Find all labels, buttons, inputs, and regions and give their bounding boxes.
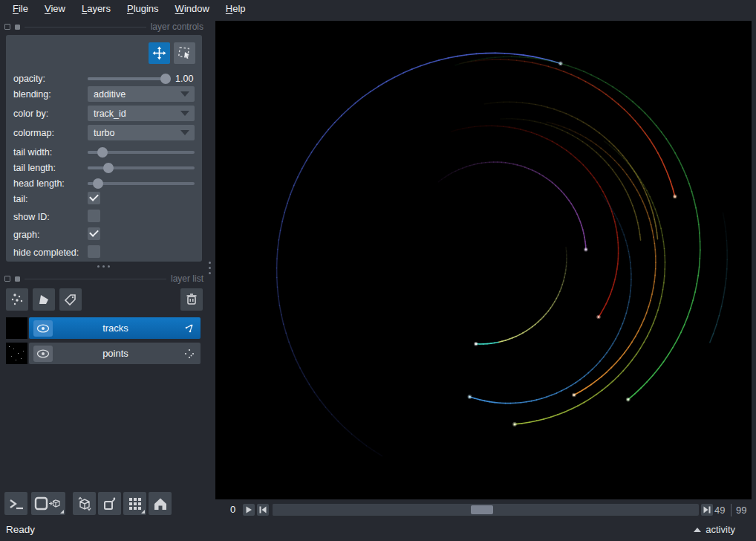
color-by-label: color by: [13, 107, 48, 120]
dock-rule [25, 27, 146, 27]
new-shapes-layer-button[interactable] [33, 288, 55, 311]
blending-select[interactable]: additive [88, 86, 195, 102]
dock-resize-handle[interactable] [97, 265, 112, 268]
colormap-row: colormap: turbo [6, 126, 202, 140]
sidebar-resize-handle[interactable] [209, 262, 211, 274]
chevron-down-icon [180, 111, 189, 116]
step-back-button[interactable] [257, 504, 269, 516]
dock-rule [25, 279, 166, 279]
layer-controls-panel: opacity: 1.00 blending: additive color b… [6, 35, 202, 262]
head-length-slider[interactable] [88, 177, 195, 190]
roll-dims-icon [76, 496, 93, 512]
opacity-slider[interactable] [88, 72, 171, 85]
status-message: Ready [6, 524, 35, 535]
menu-help[interactable]: Help [218, 0, 254, 18]
transpose-icon [102, 496, 118, 512]
move-arrows-icon [152, 46, 166, 60]
canvas-tracks-svg [215, 21, 752, 499]
grid-view-button[interactable] [123, 492, 146, 515]
menu-window[interactable]: Window [167, 0, 218, 18]
current-frame: 49 [714, 505, 725, 516]
head-length-row: head length: [6, 177, 202, 190]
ndisplay-toggle-button[interactable] [31, 492, 65, 515]
shapes-icon [36, 292, 51, 307]
tail-label: tail: [13, 192, 27, 206]
graph-checkbox[interactable] [88, 227, 100, 240]
home-icon [152, 496, 169, 511]
points-layer-icon [178, 348, 201, 360]
frame-slider-handle[interactable] [471, 505, 493, 514]
dims-axis-label: 0 [230, 504, 235, 515]
activity-button[interactable]: activity [694, 524, 735, 535]
hide-completed-label: hide completed: [13, 246, 79, 259]
tail-width-slider[interactable] [88, 146, 195, 159]
colormap-select[interactable]: turbo [88, 125, 195, 140]
menu-layers[interactable]: Layers [74, 0, 119, 18]
hide-panel-icon[interactable] [15, 25, 20, 30]
menu-view[interactable]: View [36, 0, 74, 18]
triangle-up-icon [694, 528, 701, 532]
pan-zoom-button[interactable] [149, 42, 170, 64]
opacity-label: opacity: [13, 72, 45, 85]
graph-label: graph: [13, 228, 39, 242]
home-button[interactable] [149, 492, 172, 515]
new-labels-layer-button[interactable] [59, 288, 82, 311]
ndisplay-icon [34, 496, 62, 512]
hide-completed-row: hide completed: [6, 246, 202, 259]
color-by-select[interactable]: track_id [88, 106, 195, 121]
points-icon [10, 292, 25, 307]
total-frames: 99 [736, 505, 746, 516]
layer-name-points: points [53, 348, 178, 359]
hide-panel-icon[interactable] [15, 276, 20, 282]
console-button[interactable] [4, 492, 27, 515]
slider-handle[interactable] [97, 147, 108, 158]
colormap-value: turbo [88, 128, 180, 138]
show-id-label: show ID: [13, 210, 50, 224]
tail-checkbox[interactable] [88, 192, 100, 204]
show-id-row: show ID: [6, 210, 202, 224]
float-panel-icon[interactable] [4, 276, 10, 282]
menu-file[interactable]: File [4, 0, 36, 18]
opacity-row: opacity: 1.00 [6, 72, 202, 85]
step-forward-button[interactable] [701, 504, 713, 516]
new-points-layer-button[interactable] [6, 288, 28, 311]
slider-handle[interactable] [93, 178, 103, 189]
napari-window: File View Layers Plugins Window Help lay… [0, 0, 756, 541]
tail-length-label: tail length: [13, 161, 56, 175]
layer-list-title: layer list [171, 273, 206, 284]
layer-list-dock-header: layer list [4, 273, 206, 285]
frame-count-divider [731, 504, 731, 516]
delete-layer-button[interactable] [180, 288, 203, 311]
layer-row-points[interactable]: points [6, 343, 201, 364]
slider-track[interactable] [88, 182, 195, 185]
layer-controls-dock-header: layer controls [4, 21, 206, 33]
tail-length-slider[interactable] [88, 161, 195, 175]
graph-row: graph: [6, 228, 202, 242]
step-back-icon [258, 505, 267, 514]
points-thumbnail [6, 343, 27, 364]
menu-plugins[interactable]: Plugins [119, 0, 167, 18]
viewer-canvas[interactable] [215, 21, 752, 499]
slider-handle[interactable] [160, 74, 171, 84]
slider-track[interactable] [88, 77, 171, 80]
tail-row: tail: [6, 192, 202, 206]
console-icon [8, 496, 25, 511]
roll-dimensions-button[interactable] [73, 492, 96, 515]
opacity-value: 1.00 [175, 72, 193, 85]
head-length-label: head length: [13, 177, 65, 190]
transform-button[interactable] [174, 42, 195, 64]
slider-handle[interactable] [103, 163, 114, 173]
mode-buttons [149, 42, 195, 64]
layer-row-tracks[interactable]: tracks [6, 317, 201, 339]
hide-completed-checkbox[interactable] [88, 245, 100, 258]
float-panel-icon[interactable] [4, 24, 10, 30]
tracks-visibility-button[interactable] [33, 320, 53, 337]
transpose-dimensions-button[interactable] [98, 492, 121, 515]
tail-length-row: tail length: [6, 161, 202, 175]
show-id-checkbox[interactable] [88, 210, 100, 222]
frame-slider[interactable] [273, 504, 699, 516]
chevron-down-icon [180, 130, 189, 135]
tag-icon [63, 292, 78, 307]
points-visibility-button[interactable] [33, 346, 53, 362]
play-button[interactable] [243, 504, 255, 516]
